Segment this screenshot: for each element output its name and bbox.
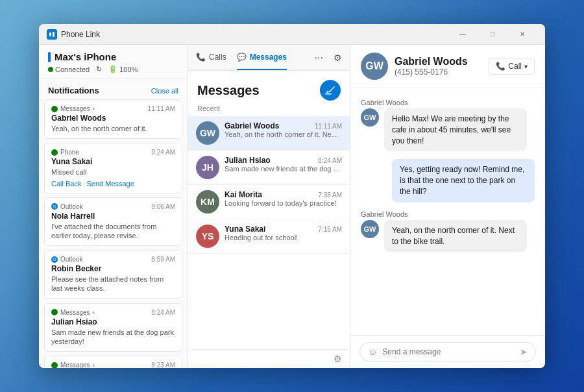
notification-item: Messages › 8:23 AM Julian Hsiao Thanks f…: [44, 356, 182, 368]
message-bubble: Yeah, on the north corner of it. Next to…: [384, 220, 527, 252]
device-indicator: [48, 52, 51, 62]
calls-icon: 📞: [196, 53, 206, 62]
sync-icon: ↻: [96, 65, 102, 73]
avatar: YS: [196, 225, 219, 248]
avatar: JH: [196, 156, 219, 179]
outlook-app-icon: O: [51, 203, 58, 210]
notif-text: I've attached the documents from earlier…: [51, 222, 175, 241]
message-input-box: ☺ ➤: [359, 342, 536, 361]
notif-text: Missed call: [51, 167, 175, 177]
notif-app-label: Phone: [51, 149, 79, 156]
messages-footer: ⚙: [188, 349, 350, 368]
device-status: Connected ↻ 🔋 100%: [48, 65, 178, 73]
main-content: Max's iPhone Connected ↻ 🔋 100%: [39, 45, 545, 368]
notifications-header: Notifications Close all: [39, 79, 188, 99]
message-sender: Gabriel Woods: [361, 210, 408, 218]
notif-app-label: Messages ›: [51, 105, 95, 112]
notif-sender: Yuna Sakai: [51, 157, 175, 166]
notif-sender: Gabriel Woods: [51, 114, 175, 123]
tab-calls[interactable]: 📞 Calls: [196, 53, 226, 63]
app-window: Phone Link — □ ✕ Max's iPhone Connected: [39, 24, 545, 368]
close-button[interactable]: ✕: [507, 24, 537, 45]
notif-app-label: Messages ›: [51, 309, 95, 316]
new-message-button[interactable]: [320, 80, 341, 101]
titlebar-title: Phone Link: [61, 30, 448, 39]
tabs-bar: 📞 Calls 💬 Messages ··· ⚙: [188, 45, 350, 71]
device-name: Max's iPhone: [48, 51, 178, 62]
outlook-app-icon: O: [51, 256, 58, 263]
messages-panel: 📞 Calls 💬 Messages ··· ⚙ Messages: [188, 45, 350, 368]
notif-app-label: Messages ›: [51, 361, 95, 368]
avatar: GW: [196, 121, 219, 145]
recent-label: Recent: [188, 103, 350, 116]
message-group: Gabriel Woods GW Yeah, on the north corn…: [361, 210, 535, 252]
battery-status: 🔋 100%: [108, 65, 138, 73]
message-avatar: GW: [361, 220, 379, 238]
contact-phone: (415) 555-0176: [395, 67, 468, 77]
sidebar: Max's iPhone Connected ↻ 🔋 100%: [39, 45, 188, 368]
chat-header: GW Gabriel Woods (415) 555-0176 📞 Call ▾: [350, 45, 545, 88]
chat-contact: GW Gabriel Woods (415) 555-0176: [361, 53, 468, 80]
window-controls: — □ ✕: [448, 24, 537, 45]
message-bubble: Hello Max! We are meeting by the cafe in…: [384, 108, 527, 151]
messages-app-icon: [51, 362, 58, 368]
phone-app-icon: [51, 149, 58, 156]
notif-actions: Call Back Send Message: [51, 180, 175, 188]
conversation-item[interactable]: YS Yuna Sakai 7:15 AM Heading out for sc…: [188, 219, 350, 254]
notif-sender: Julian Hsiao: [51, 317, 175, 326]
notification-item: O Outlook 9:06 AM Nola Harrell I've atta…: [44, 197, 182, 247]
more-options-button[interactable]: ···: [315, 52, 323, 64]
chat-panel: GW Gabriel Woods (415) 555-0176 📞 Call ▾: [350, 45, 545, 368]
minimize-button[interactable]: —: [448, 24, 478, 45]
settings-icon[interactable]: ⚙: [334, 354, 342, 364]
message-sender: Gabriel Woods: [361, 99, 408, 106]
conversation-list: GW Gabriel Woods 11:11 AM Yeah, on the n…: [188, 116, 350, 349]
svg-rect-0: [49, 32, 51, 36]
tab-messages-label: Messages: [250, 53, 287, 62]
tab-calls-label: Calls: [209, 53, 226, 62]
chat-input-area: ☺ ➤: [350, 335, 545, 368]
chevron-down-icon: ▾: [524, 63, 528, 70]
contact-name: Gabriel Woods: [395, 56, 468, 67]
phone-icon: 📞: [496, 62, 505, 71]
maximize-button[interactable]: □: [478, 24, 507, 45]
notif-app-label: O Outlook: [51, 256, 82, 263]
conversation-item[interactable]: KM Kai Morita 7:35 AM Looking forward to…: [188, 185, 350, 219]
tab-messages[interactable]: 💬 Messages: [237, 53, 287, 63]
notif-text: Please see the attached notes from last …: [51, 275, 175, 293]
notif-text: Yeah, on the north corner of it.: [51, 124, 175, 133]
avatar: KM: [196, 190, 219, 214]
conversation-item[interactable]: GW Gabriel Woods 11:11 AM Yeah, on the n…: [188, 116, 350, 151]
messages-title: Messages: [197, 83, 260, 98]
connected-status: Connected: [48, 66, 90, 73]
notification-item: O Outlook 8:59 AM Robin Becker Please se…: [44, 250, 182, 299]
notifications-title: Notifications: [48, 86, 99, 95]
send-message-button[interactable]: Send Message: [86, 180, 134, 188]
send-button[interactable]: ➤: [520, 347, 528, 357]
emoji-button[interactable]: ☺: [368, 347, 377, 357]
messages-app-icon: [51, 309, 58, 315]
message-bubble: Yes, getting ready now! Remind me, is th…: [392, 159, 535, 202]
conversation-item[interactable]: JH Julian Hsiao 8:24 AM Sam made new fri…: [188, 151, 350, 185]
call-back-button[interactable]: Call Back: [51, 180, 81, 188]
message-avatar: GW: [361, 108, 379, 127]
messages-app-icon: [51, 106, 58, 112]
notif-sender: Nola Harrell: [51, 212, 175, 221]
device-header: Max's iPhone Connected ↻ 🔋 100%: [39, 45, 188, 79]
close-all-button[interactable]: Close all: [151, 87, 178, 95]
notification-item: Phone 9:24 AM Yuna Sakai Missed call Cal…: [44, 143, 182, 193]
svg-rect-2: [325, 93, 332, 95]
notif-app-label: O Outlook: [51, 203, 82, 210]
message-group: Yes, getting ready now! Remind me, is th…: [361, 159, 535, 202]
contact-avatar: GW: [361, 53, 388, 80]
svg-rect-1: [53, 32, 55, 37]
titlebar: Phone Link — □ ✕: [39, 24, 545, 45]
settings-button[interactable]: ⚙: [334, 53, 342, 63]
app-icon: [47, 29, 57, 40]
message-input[interactable]: [382, 347, 515, 356]
notification-item: Messages › 11:11 AM Gabriel Woods Yeah, …: [44, 99, 182, 139]
notification-item: Messages › 8:24 AM Julian Hsiao Sam made…: [44, 303, 182, 352]
chat-actions: 📞 Call ▾: [489, 58, 535, 75]
sync-status: ↻: [96, 65, 102, 73]
call-button[interactable]: 📞 Call ▾: [489, 58, 535, 75]
